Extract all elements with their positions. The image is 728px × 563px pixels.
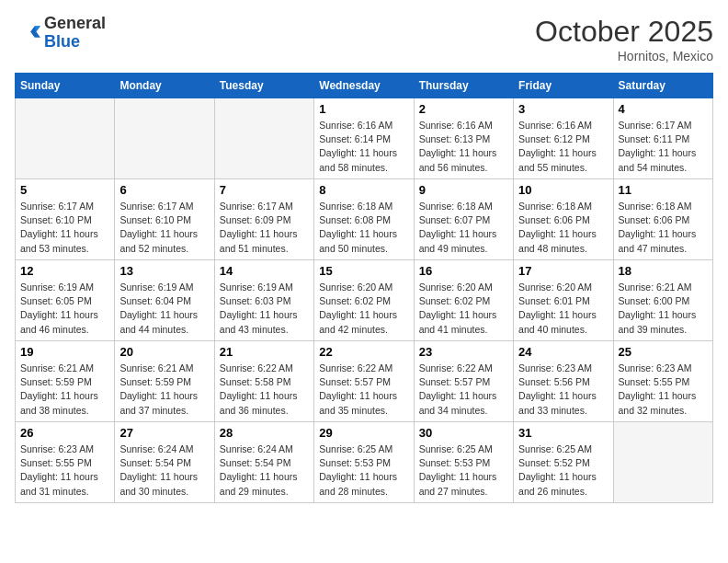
location-subtitle: Hornitos, Mexico (535, 49, 713, 63)
day-info: Sunrise: 6:20 AMSunset: 6:02 PMDaylight:… (319, 281, 408, 337)
calendar-cell: 9Sunrise: 6:18 AMSunset: 6:07 PMDaylight… (414, 179, 513, 260)
day-info: Sunrise: 6:21 AMSunset: 5:59 PMDaylight:… (20, 362, 109, 418)
day-info: Sunrise: 6:22 AMSunset: 5:58 PMDaylight:… (220, 362, 309, 418)
header-thursday: Thursday (414, 74, 513, 98)
header-monday: Monday (115, 74, 214, 98)
calendar-cell: 10Sunrise: 6:18 AMSunset: 6:06 PMDayligh… (514, 179, 613, 260)
day-info: Sunrise: 6:20 AMSunset: 6:01 PMDaylight:… (518, 281, 608, 337)
calendar-cell: 28Sunrise: 6:24 AMSunset: 5:54 PMDayligh… (214, 422, 313, 503)
calendar-row: 12Sunrise: 6:19 AMSunset: 6:05 PMDayligh… (16, 260, 713, 341)
day-number: 5 (20, 183, 109, 197)
calendar-cell: 20Sunrise: 6:21 AMSunset: 5:59 PMDayligh… (115, 341, 214, 422)
day-info: Sunrise: 6:25 AMSunset: 5:53 PMDaylight:… (419, 442, 508, 499)
calendar-table: Sunday Monday Tuesday Wednesday Thursday… (15, 73, 713, 503)
calendar-cell: 8Sunrise: 6:18 AMSunset: 6:08 PMDaylight… (314, 179, 414, 260)
calendar-cell: 18Sunrise: 6:21 AMSunset: 6:00 PMDayligh… (613, 260, 712, 341)
logo-text: General Blue (44, 15, 106, 52)
day-number: 23 (419, 345, 508, 359)
logo-general: General (44, 14, 106, 32)
day-info: Sunrise: 6:18 AMSunset: 6:08 PMDaylight:… (319, 200, 408, 256)
title-block: October 2025 Hornitos, Mexico (535, 15, 713, 63)
calendar-cell: 23Sunrise: 6:22 AMSunset: 5:57 PMDayligh… (414, 341, 513, 422)
header-tuesday: Tuesday (214, 74, 313, 98)
day-info: Sunrise: 6:23 AMSunset: 5:55 PMDaylight:… (619, 362, 708, 418)
day-number: 13 (119, 264, 209, 278)
calendar-row: 19Sunrise: 6:21 AMSunset: 5:59 PMDayligh… (16, 341, 713, 422)
day-info: Sunrise: 6:25 AMSunset: 5:52 PMDaylight:… (518, 442, 608, 499)
day-info: Sunrise: 6:18 AMSunset: 6:07 PMDaylight:… (419, 200, 508, 256)
calendar-cell: 19Sunrise: 6:21 AMSunset: 5:59 PMDayligh… (16, 341, 115, 422)
calendar-cell: 5Sunrise: 6:17 AMSunset: 6:10 PMDaylight… (16, 179, 115, 260)
header-saturday: Saturday (613, 74, 712, 98)
day-info: Sunrise: 6:18 AMSunset: 6:06 PMDaylight:… (518, 200, 608, 256)
day-info: Sunrise: 6:23 AMSunset: 5:55 PMDaylight:… (20, 442, 109, 499)
day-info: Sunrise: 6:24 AMSunset: 5:54 PMDaylight:… (119, 442, 209, 499)
calendar-cell: 17Sunrise: 6:20 AMSunset: 6:01 PMDayligh… (514, 260, 613, 341)
day-number: 26 (20, 426, 109, 440)
calendar-cell: 21Sunrise: 6:22 AMSunset: 5:58 PMDayligh… (214, 341, 313, 422)
day-number: 25 (619, 345, 708, 359)
day-info: Sunrise: 6:20 AMSunset: 6:02 PMDaylight:… (419, 281, 508, 337)
day-number: 16 (419, 264, 508, 278)
calendar-cell: 27Sunrise: 6:24 AMSunset: 5:54 PMDayligh… (115, 422, 214, 503)
day-info: Sunrise: 6:17 AMSunset: 6:10 PMDaylight:… (20, 200, 109, 256)
day-number: 18 (619, 264, 708, 278)
day-number: 11 (619, 183, 708, 197)
day-number: 30 (419, 426, 508, 440)
day-info: Sunrise: 6:24 AMSunset: 5:54 PMDaylight:… (220, 442, 309, 499)
day-info: Sunrise: 6:22 AMSunset: 5:57 PMDaylight:… (319, 362, 408, 418)
calendar-cell (613, 422, 712, 503)
day-number: 22 (319, 345, 408, 359)
header-friday: Friday (514, 74, 613, 98)
calendar-cell: 1Sunrise: 6:16 AMSunset: 6:14 PMDaylight… (314, 98, 414, 179)
day-number: 19 (20, 345, 109, 359)
day-number: 27 (119, 426, 209, 440)
calendar-cell: 29Sunrise: 6:25 AMSunset: 5:53 PMDayligh… (314, 422, 414, 503)
calendar-cell: 16Sunrise: 6:20 AMSunset: 6:02 PMDayligh… (414, 260, 513, 341)
calendar-cell: 3Sunrise: 6:16 AMSunset: 6:12 PMDaylight… (514, 98, 613, 179)
calendar-cell (214, 98, 313, 179)
day-number: 2 (419, 102, 508, 116)
calendar-cell: 25Sunrise: 6:23 AMSunset: 5:55 PMDayligh… (613, 341, 712, 422)
day-info: Sunrise: 6:22 AMSunset: 5:57 PMDaylight:… (419, 362, 508, 418)
day-number: 20 (119, 345, 209, 359)
page-header: General Blue October 2025 Hornitos, Mexi… (15, 15, 713, 63)
day-number: 14 (220, 264, 309, 278)
day-info: Sunrise: 6:23 AMSunset: 5:56 PMDaylight:… (518, 362, 608, 418)
day-number: 15 (319, 264, 408, 278)
calendar-row: 5Sunrise: 6:17 AMSunset: 6:10 PMDaylight… (16, 179, 713, 260)
day-number: 6 (119, 183, 209, 197)
month-title: October 2025 (535, 15, 713, 49)
calendar-header-row: Sunday Monday Tuesday Wednesday Thursday… (16, 74, 713, 98)
day-info: Sunrise: 6:18 AMSunset: 6:06 PMDaylight:… (619, 200, 708, 256)
calendar-cell (115, 98, 214, 179)
day-info: Sunrise: 6:17 AMSunset: 6:09 PMDaylight:… (220, 200, 309, 256)
day-number: 31 (518, 426, 608, 440)
calendar-cell: 22Sunrise: 6:22 AMSunset: 5:57 PMDayligh… (314, 341, 414, 422)
calendar-cell: 2Sunrise: 6:16 AMSunset: 6:13 PMDaylight… (414, 98, 513, 179)
day-info: Sunrise: 6:17 AMSunset: 6:11 PMDaylight:… (619, 119, 708, 175)
day-number: 3 (518, 102, 608, 116)
day-number: 9 (419, 183, 508, 197)
day-number: 29 (319, 426, 408, 440)
day-info: Sunrise: 6:19 AMSunset: 6:04 PMDaylight:… (119, 281, 209, 337)
day-info: Sunrise: 6:16 AMSunset: 6:13 PMDaylight:… (419, 119, 508, 175)
day-number: 7 (220, 183, 309, 197)
calendar-row: 26Sunrise: 6:23 AMSunset: 5:55 PMDayligh… (16, 422, 713, 503)
logo: General Blue (15, 15, 106, 52)
calendar-cell: 13Sunrise: 6:19 AMSunset: 6:04 PMDayligh… (115, 260, 214, 341)
day-number: 4 (619, 102, 708, 116)
calendar-cell: 7Sunrise: 6:17 AMSunset: 6:09 PMDaylight… (214, 179, 313, 260)
calendar-cell: 6Sunrise: 6:17 AMSunset: 6:10 PMDaylight… (115, 179, 214, 260)
day-number: 17 (518, 264, 608, 278)
calendar-cell: 24Sunrise: 6:23 AMSunset: 5:56 PMDayligh… (514, 341, 613, 422)
calendar-cell: 11Sunrise: 6:18 AMSunset: 6:06 PMDayligh… (613, 179, 712, 260)
day-info: Sunrise: 6:19 AMSunset: 6:05 PMDaylight:… (20, 281, 109, 337)
day-info: Sunrise: 6:16 AMSunset: 6:14 PMDaylight:… (319, 119, 408, 175)
calendar-cell: 15Sunrise: 6:20 AMSunset: 6:02 PMDayligh… (314, 260, 414, 341)
day-number: 8 (319, 183, 408, 197)
day-info: Sunrise: 6:21 AMSunset: 5:59 PMDaylight:… (119, 362, 209, 418)
calendar-cell: 12Sunrise: 6:19 AMSunset: 6:05 PMDayligh… (16, 260, 115, 341)
header-sunday: Sunday (16, 74, 115, 98)
day-number: 10 (518, 183, 608, 197)
